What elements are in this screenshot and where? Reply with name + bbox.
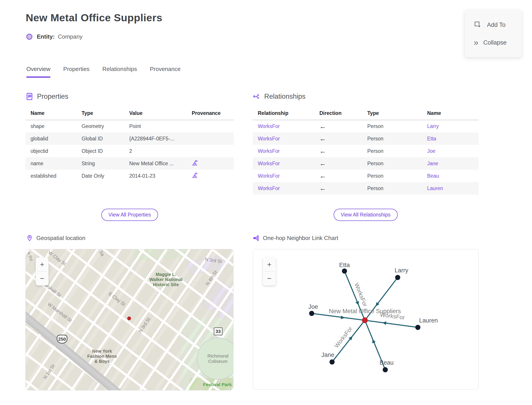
tab-overview[interactable]: Overview (26, 66, 50, 78)
provenance-flag-icon[interactable] (192, 172, 198, 179)
entity-type-value: Company (58, 33, 82, 40)
prop-value: Point (127, 120, 190, 132)
node-label-etta: Etta (339, 262, 350, 268)
link-chart-section-header: One-hop Neighbor Link Chart (253, 235, 338, 242)
action-panel: Add To » Collapse (465, 10, 522, 57)
node-center-entity[interactable] (362, 317, 368, 323)
table-row: globalid Global ID {A228944F-0EF5-... (26, 132, 234, 145)
page-title: New Metal Office Suppliers (26, 12, 162, 24)
entity-type-badge (26, 34, 32, 40)
relationship-link[interactable]: WorksFor (258, 136, 280, 142)
collapse-button[interactable]: » Collapse (474, 38, 522, 47)
prop-type: String (80, 157, 127, 170)
node-joe[interactable] (309, 311, 314, 316)
col-name: Name (26, 108, 80, 120)
entity-name-link[interactable]: Jane (427, 161, 438, 166)
collapse-label: Collapse (483, 39, 506, 46)
col-value: Value (127, 108, 190, 120)
map-pin-icon (26, 235, 33, 242)
relationship-link[interactable]: WorksFor (258, 161, 280, 166)
direction-arrow: ← (319, 160, 326, 167)
relationship-link[interactable]: WorksFor (258, 185, 280, 191)
direction-arrow: ← (319, 135, 326, 142)
node-label-joe: Joe (308, 304, 318, 310)
entity-name-link[interactable]: Beau (427, 173, 439, 179)
link-chart-canvas: WorksFor WorksFor WorksFor Etta Larry Jo… (253, 249, 479, 390)
relationships-icon (253, 93, 261, 101)
tab-provenance[interactable]: Provenance (150, 66, 181, 78)
table-row: shape Geometry Point (26, 120, 234, 132)
chart-zoom-in-button[interactable]: + (263, 257, 276, 271)
geospatial-map[interactable]: Richmond Coliseum k Rd W Clay St Sa arsh… (26, 249, 233, 390)
prop-type: Date Only (80, 170, 127, 182)
entity-name-link[interactable]: Joe (427, 148, 435, 154)
map-label-ny-fashion: New York Fashion Mens & Boys (79, 349, 125, 364)
table-row: objectid Object ID 2 (26, 145, 234, 157)
prop-value: New Metal Office ... (127, 157, 190, 170)
node-label-larry: Larry (395, 267, 408, 274)
table-row: WorksFor ← Person Joe (253, 145, 479, 157)
map-park-area (133, 249, 190, 261)
prop-name: shape (26, 120, 80, 132)
entity-name-link[interactable]: Larry (427, 123, 439, 129)
rel-type: Person (366, 170, 425, 182)
relationship-link[interactable]: WorksFor (258, 173, 280, 179)
relationships-section: Relationships Relationship Direction Typ… (253, 93, 479, 195)
chart-zoom-control: + − (263, 257, 276, 285)
direction-arrow: ← (319, 172, 326, 179)
tab-relationships[interactable]: Relationships (102, 66, 137, 78)
map-label-sa: Sa (98, 250, 105, 257)
prop-value: {A228944F-0EF5-... (127, 132, 190, 145)
node-larry[interactable] (395, 275, 400, 280)
entity-name-link[interactable]: Lauren (427, 185, 443, 191)
node-label-jane: Jane (321, 351, 334, 358)
node-label-beau: Beau (379, 359, 393, 366)
table-row: WorksFor ← Person Etta (253, 132, 479, 145)
col-provenance: Provenance (190, 108, 234, 120)
col-relationship: Relationship (253, 108, 318, 120)
add-to-button[interactable]: Add To (474, 21, 522, 29)
provenance-flag-icon[interactable] (192, 160, 198, 166)
prop-value: 2014-01-23 (127, 170, 190, 182)
prop-name: globalid (26, 132, 80, 145)
map-highway (26, 298, 190, 390)
map-label-maggie-walker-site: Maggie L. Walker National Historic Site (141, 272, 191, 287)
node-beau[interactable] (383, 367, 388, 372)
properties-table: Name Type Value Provenance shape Geometr… (26, 108, 234, 182)
map-label-n-1st-st: N 1st St (42, 363, 56, 380)
col-type: Type (80, 108, 127, 120)
relationships-table: Relationship Direction Type Name WorksFo… (253, 108, 479, 195)
rel-type: Person (366, 132, 425, 145)
entity-name-link[interactable]: Etta (427, 136, 436, 142)
col-direction: Direction (318, 108, 366, 120)
link-chart-icon (253, 235, 259, 242)
map-label-w-clay-st: W Clay St (47, 250, 67, 266)
map-zoom-control: + − (36, 257, 48, 285)
node-etta[interactable] (342, 269, 347, 274)
node-jane[interactable] (330, 359, 335, 365)
entity-label: Entity: (37, 33, 55, 40)
table-row: name String New Metal Office ... (26, 157, 234, 170)
properties-section-header: Properties (26, 93, 234, 101)
chart-zoom-out-button[interactable]: − (263, 271, 276, 285)
map-marker-entity-location[interactable] (127, 317, 131, 320)
prop-name: established (26, 170, 80, 182)
node-label-lauren: Lauren (419, 317, 438, 324)
direction-arrow: ← (319, 123, 326, 130)
relationship-link[interactable]: WorksFor (258, 123, 280, 129)
one-hop-link-chart[interactable]: WorksFor WorksFor WorksFor Etta Larry Jo… (253, 249, 479, 390)
properties-section: Properties Name Type Value Provenance sh… (26, 93, 234, 182)
node-lauren[interactable] (415, 325, 420, 330)
relationship-link[interactable]: WorksFor (258, 148, 280, 154)
tab-properties[interactable]: Properties (63, 66, 90, 78)
view-all-relationships-button[interactable]: View All Relationships (334, 209, 398, 221)
prop-type: Geometry (80, 120, 127, 132)
prop-name: objectid (26, 145, 80, 157)
entity-row: Entity: Company (26, 33, 82, 40)
view-all-properties-button[interactable]: View All Properties (101, 209, 158, 221)
map-zoom-in-button[interactable]: + (36, 257, 48, 271)
map-zoom-out-button[interactable]: − (36, 271, 48, 285)
col-name: Name (425, 108, 479, 120)
properties-title: Properties (37, 93, 68, 101)
direction-arrow: ← (319, 147, 326, 155)
